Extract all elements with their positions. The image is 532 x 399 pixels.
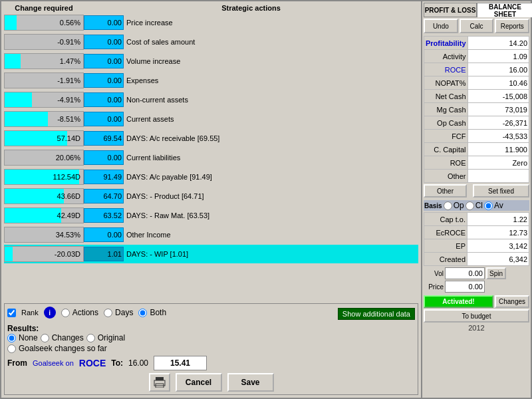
- change-value: -8.51%: [57, 115, 80, 123]
- metric-name[interactable]: Other: [424, 170, 468, 183]
- both-radio-group: Both: [138, 308, 166, 317]
- cl-radio[interactable]: [466, 201, 474, 210]
- action-label: Cost of sales amount: [126, 38, 195, 46]
- change-value: -4.91%: [57, 96, 80, 104]
- op-radio[interactable]: [444, 201, 452, 210]
- save-button[interactable]: Save: [227, 373, 274, 392]
- metric-value: [467, 170, 529, 183]
- action-input[interactable]: [84, 73, 124, 88]
- metric-row: C. Capital11.900: [424, 143, 529, 156]
- metric-name[interactable]: Activity: [424, 50, 468, 63]
- activated-button[interactable]: Activated!: [424, 295, 493, 308]
- metric-name[interactable]: Mg Cash: [424, 103, 468, 116]
- price-input[interactable]: [445, 281, 485, 293]
- metric-name[interactable]: ROE: [424, 156, 468, 170]
- tab-row: PROFIT & LOSS BALANCE SHEET: [424, 3, 529, 17]
- rank-checkbox[interactable]: [7, 309, 16, 317]
- goalseek-radio[interactable]: [7, 344, 16, 353]
- goalseek-radio-row: Goalseek changes so far: [7, 344, 125, 353]
- set-fixed-button[interactable]: Set fixed: [473, 184, 529, 198]
- both-radio[interactable]: [138, 309, 147, 317]
- action-input[interactable]: [84, 227, 124, 242]
- table-row: -1.91%Expenses: [4, 71, 418, 90]
- button-row: Cancel Save: [7, 373, 415, 392]
- change-value: 57.14D: [57, 134, 80, 142]
- lower-metric-name[interactable]: EcROCE: [424, 226, 467, 239]
- actions-radio[interactable]: [61, 309, 70, 317]
- metric-row: NOPAT%10.46: [424, 76, 529, 90]
- to-budget-button[interactable]: To budget: [424, 309, 529, 323]
- vol-input[interactable]: [445, 267, 485, 279]
- change-cell: 43.66D: [4, 188, 84, 204]
- tab-profit-loss[interactable]: PROFIT & LOSS: [424, 3, 477, 17]
- action-input[interactable]: [84, 15, 124, 30]
- table-row: 43.66DDAYS: - Product [64.71]: [4, 187, 418, 205]
- table-row: 0.56%Price increase: [4, 13, 418, 32]
- metric-name[interactable]: C. Capital: [424, 143, 468, 156]
- changes-label: Changes: [52, 333, 84, 342]
- from-value: 15.41: [170, 358, 190, 368]
- calc-button[interactable]: Calc: [460, 19, 494, 33]
- table-row: 34.53%Other Income: [4, 225, 418, 244]
- metric-row: Op Cash-26,371: [424, 116, 529, 130]
- lower-metric-row: EP3,142: [424, 239, 529, 253]
- show-additional-button[interactable]: Show additional data: [338, 308, 415, 320]
- lower-metric-name[interactable]: Created: [424, 253, 467, 266]
- from-to-row: From Goalseek on ROCE To: 16.00 15.41: [7, 356, 415, 370]
- change-cell: -4.91%: [4, 92, 84, 108]
- action-input[interactable]: [84, 247, 124, 261]
- cl-label: Cl: [475, 201, 483, 210]
- action-label: Non-current assets: [126, 96, 188, 104]
- action-label: Price increase: [126, 19, 173, 27]
- metric-row: Other: [424, 170, 529, 183]
- cancel-button[interactable]: Cancel: [176, 373, 222, 392]
- lower-metric-name[interactable]: Cap t.o.: [424, 213, 467, 226]
- metric-value: -26,371: [467, 116, 529, 130]
- action-input[interactable]: [84, 170, 124, 184]
- from-label: From: [7, 358, 27, 368]
- other-button[interactable]: Other: [424, 184, 467, 198]
- metric-name[interactable]: NOPAT%: [424, 76, 468, 90]
- info-button[interactable]: i: [44, 307, 56, 319]
- action-input[interactable]: [84, 189, 124, 203]
- table-row: 112.54DDAYS: A/c payable [91.49]: [4, 168, 418, 186]
- metric-name[interactable]: FCF: [424, 130, 468, 143]
- table-row: 20.06%Current liabilities: [4, 148, 418, 167]
- tab-balance-sheet[interactable]: BALANCE SHEET: [477, 3, 532, 17]
- metric-name[interactable]: Net Cash: [424, 90, 468, 103]
- from-value-box: 15.41: [154, 356, 207, 370]
- days-radio[interactable]: [104, 309, 112, 317]
- lower-metrics-table: Cap t.o.1.22EcROCE12.73EP3,142Created6,3…: [424, 212, 529, 266]
- action-input[interactable]: [84, 35, 124, 49]
- action-input[interactable]: [84, 131, 124, 146]
- undo-button[interactable]: Undo: [424, 19, 458, 33]
- both-radio-label: Both: [150, 308, 166, 317]
- original-radio[interactable]: [86, 334, 95, 342]
- reports-button[interactable]: Reports: [495, 19, 529, 33]
- original-label: Original: [98, 333, 125, 342]
- change-cell: -1.91%: [4, 72, 84, 88]
- metric-name[interactable]: Op Cash: [424, 116, 468, 130]
- changes-radio[interactable]: [41, 334, 49, 342]
- lower-metric-name[interactable]: EP: [424, 239, 467, 253]
- lower-metric-row: EcROCE12.73: [424, 226, 529, 239]
- spin-button[interactable]: Spin: [486, 267, 506, 279]
- metric-row: Mg Cash73,019: [424, 103, 529, 116]
- action-input[interactable]: [84, 112, 124, 126]
- changes-button[interactable]: Changes: [495, 295, 529, 308]
- change-cell: 1.47%: [4, 53, 84, 69]
- basis-label: Basis: [424, 202, 442, 209]
- av-radio[interactable]: [484, 201, 493, 210]
- action-input[interactable]: [84, 150, 124, 165]
- action-input[interactable]: [84, 54, 124, 68]
- action-input[interactable]: [84, 92, 124, 107]
- actions-header: Strategic actions: [84, 4, 418, 12]
- bottom-controls: Rank i Actions Days Both Show ad: [4, 303, 418, 395]
- print-button[interactable]: [149, 373, 170, 392]
- metric-name[interactable]: Profitability: [424, 37, 468, 50]
- none-radio[interactable]: [7, 334, 16, 342]
- other-row: Other Set fixed: [424, 184, 529, 198]
- printer-icon: [153, 377, 166, 388]
- metric-name[interactable]: ROCE: [424, 63, 468, 76]
- action-input[interactable]: [84, 208, 124, 223]
